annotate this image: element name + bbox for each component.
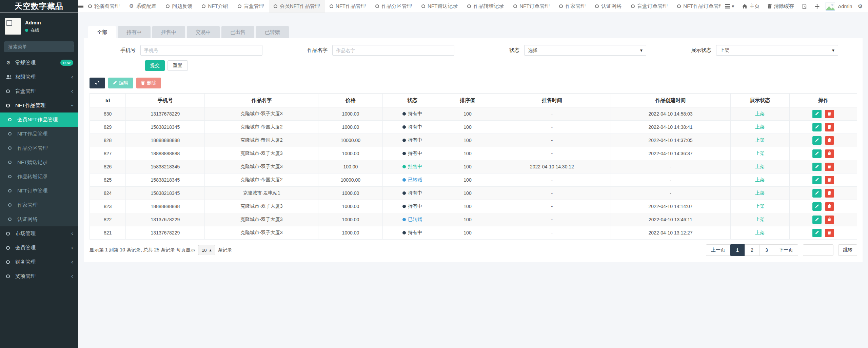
page-number-button[interactable]: 1 bbox=[730, 244, 745, 256]
sidebar-subitem[interactable]: 作品分区管理 bbox=[0, 141, 78, 155]
top-nav-item[interactable]: 作品分区管理 bbox=[371, 0, 417, 13]
display-status-link[interactable]: 上架 bbox=[755, 190, 765, 196]
row-delete-button[interactable] bbox=[825, 229, 834, 237]
row-edit-button[interactable] bbox=[812, 136, 822, 145]
row-delete-button[interactable] bbox=[825, 149, 834, 158]
table-row[interactable]: 824 15838218345 克隆城市-发电站1 1000.00 持有中 10… bbox=[90, 187, 857, 200]
top-nav-item[interactable]: NFT介绍 bbox=[197, 0, 233, 13]
page-size-select[interactable]: 10 ▲ bbox=[198, 245, 215, 255]
submit-button[interactable]: 提交 bbox=[145, 60, 165, 71]
column-header[interactable]: 排序值 bbox=[442, 94, 493, 107]
display-status-link[interactable]: 上架 bbox=[755, 164, 765, 169]
row-delete-button[interactable] bbox=[825, 189, 834, 198]
top-nav-item[interactable]: 作家管理 bbox=[554, 0, 590, 13]
edit-button[interactable]: 编辑 bbox=[108, 78, 133, 88]
sidebar-item[interactable]: 会员管理 ‹ bbox=[0, 241, 78, 255]
sidebar-toggle-button[interactable] bbox=[78, 0, 83, 13]
row-delete-button[interactable] bbox=[825, 163, 834, 171]
nav-list-dropdown[interactable]: ▼ bbox=[721, 0, 738, 13]
column-header[interactable]: 作品创建时间 bbox=[611, 94, 730, 107]
status-tab[interactable]: 已转赠 bbox=[256, 26, 289, 38]
column-header[interactable]: Id bbox=[90, 94, 126, 107]
column-header[interactable]: 展示状态 bbox=[730, 94, 789, 107]
settings-button[interactable]: ⚙ bbox=[856, 0, 865, 13]
row-edit-button[interactable] bbox=[812, 110, 822, 118]
status-tab[interactable]: 已出售 bbox=[221, 26, 254, 38]
refresh-button[interactable] bbox=[90, 78, 105, 88]
display-status-link[interactable]: 上架 bbox=[755, 203, 765, 209]
row-edit-button[interactable] bbox=[812, 123, 822, 131]
column-header[interactable]: 状态 bbox=[383, 94, 442, 107]
table-row[interactable]: 825 15838218345 克隆城市-帝国大厦2 10000.00 已转赠 … bbox=[90, 173, 857, 187]
top-nav-item[interactable]: 问题反馈 bbox=[161, 0, 197, 13]
top-nav-item[interactable]: ⚙ 系统配置 bbox=[124, 0, 161, 13]
sidebar-item[interactable]: ⚙ 常规管理 new bbox=[0, 56, 78, 70]
row-delete-button[interactable] bbox=[825, 216, 834, 224]
fullscreen-button[interactable] bbox=[811, 0, 824, 13]
display-status-link[interactable]: 上架 bbox=[755, 150, 765, 156]
column-header[interactable]: 作品名字 bbox=[205, 94, 318, 107]
display-status-select[interactable]: 上架 ▼ bbox=[716, 45, 838, 56]
phone-input[interactable] bbox=[140, 45, 262, 56]
display-status-link[interactable]: 上架 bbox=[755, 137, 765, 143]
display-status-link[interactable]: 上架 bbox=[755, 124, 765, 129]
column-header[interactable]: 手机号 bbox=[126, 94, 205, 107]
status-tab[interactable]: 持有中 bbox=[118, 26, 151, 38]
row-delete-button[interactable] bbox=[825, 136, 834, 145]
sidebar-item[interactable]: 盲盒管理 ‹ bbox=[0, 84, 78, 98]
top-nav-item[interactable]: NFT作品订单管理 bbox=[672, 0, 721, 13]
status-select[interactable]: 选择 ▼ bbox=[524, 45, 646, 56]
display-status-link[interactable]: 上架 bbox=[755, 111, 765, 116]
status-tab[interactable]: 挂售中 bbox=[152, 26, 185, 38]
row-delete-button[interactable] bbox=[825, 123, 834, 131]
table-row[interactable]: 826 15838218345 克隆城市-双子大厦3 100.00 挂售中 10… bbox=[90, 160, 857, 173]
sidebar-item[interactable]: NFT作品管理 ‹ bbox=[0, 98, 78, 112]
sidebar-item[interactable]: 奖项管理 ‹ bbox=[0, 269, 78, 283]
jump-page-input[interactable] bbox=[803, 244, 833, 256]
jump-button[interactable]: 跳转 bbox=[838, 244, 857, 256]
table-row[interactable]: 828 18888888888 克隆城市-帝国大厦2 10000.00 持有中 … bbox=[90, 134, 857, 147]
top-nav-item[interactable]: 盲盒订单管理 bbox=[626, 0, 672, 13]
row-delete-button[interactable] bbox=[825, 202, 834, 211]
row-edit-button[interactable] bbox=[812, 149, 822, 158]
delete-button[interactable]: 删除 bbox=[136, 78, 161, 88]
sidebar-subitem[interactable]: 会员NFT作品管理 bbox=[0, 112, 78, 127]
table-row[interactable]: 821 13137678229 克隆城市-双子大厦3 1000.00 持有中 1… bbox=[90, 226, 857, 240]
row-delete-button[interactable] bbox=[825, 110, 834, 118]
clear-cache-button[interactable]: 清除缓存 bbox=[764, 0, 798, 13]
column-header[interactable]: 操作 bbox=[789, 94, 857, 107]
row-edit-button[interactable] bbox=[812, 189, 822, 198]
display-status-link[interactable]: 上架 bbox=[755, 230, 765, 235]
reset-button[interactable]: 重置 bbox=[167, 60, 188, 71]
sidebar-item[interactable]: 财务管理 ‹ bbox=[0, 255, 78, 269]
prev-page-button[interactable]: 上一页 bbox=[706, 244, 730, 256]
sidebar-item[interactable]: 权限管理 ‹ bbox=[0, 70, 78, 84]
row-delete-button[interactable] bbox=[825, 176, 834, 184]
top-nav-item[interactable]: 轮播图管理 bbox=[83, 0, 124, 13]
display-status-link[interactable]: 上架 bbox=[755, 177, 765, 182]
table-row[interactable]: 822 13137678229 克隆城市-双子大厦3 1000.00 已转赠 1… bbox=[90, 213, 857, 226]
display-status-link[interactable]: 上架 bbox=[755, 217, 765, 222]
work-name-input[interactable] bbox=[332, 45, 454, 56]
top-nav-item[interactable]: 盲盒管理 bbox=[233, 0, 269, 13]
page-number-button[interactable]: 3 bbox=[759, 244, 774, 256]
top-nav-item[interactable]: NFT订单管理 bbox=[509, 0, 554, 13]
row-edit-button[interactable] bbox=[812, 216, 822, 224]
table-row[interactable]: 830 13137678229 克隆城市-双子大厦3 1000.00 持有中 1… bbox=[90, 107, 857, 121]
next-page-button[interactable]: 下一页 bbox=[774, 244, 798, 256]
page-refresh-button[interactable] bbox=[798, 0, 811, 13]
home-button[interactable]: 主页 bbox=[738, 0, 764, 13]
top-nav-item[interactable]: NFT作品管理 bbox=[325, 0, 371, 13]
row-edit-button[interactable] bbox=[812, 202, 822, 211]
sidebar-subitem[interactable]: NFT作品管理 bbox=[0, 127, 78, 141]
column-header[interactable]: 挂售时间 bbox=[493, 94, 611, 107]
row-edit-button[interactable] bbox=[812, 176, 822, 184]
sidebar-search-input[interactable] bbox=[4, 41, 74, 52]
top-nav-item[interactable]: 会员NFT作品管理 bbox=[269, 0, 325, 13]
top-nav-item[interactable]: NFT赠送记录 bbox=[417, 0, 462, 13]
table-row[interactable]: 823 18888888888 克隆城市-双子大厦3 1000.00 持有中 1… bbox=[90, 200, 857, 213]
page-number-button[interactable]: 2 bbox=[745, 244, 760, 256]
table-row[interactable]: 829 15838218345 克隆城市-帝国大厦2 1000.00 持有中 1… bbox=[90, 121, 857, 134]
top-nav-item[interactable]: 作品转增记录 bbox=[462, 0, 509, 13]
sidebar-subitem[interactable]: NFT赠送记录 bbox=[0, 155, 78, 169]
